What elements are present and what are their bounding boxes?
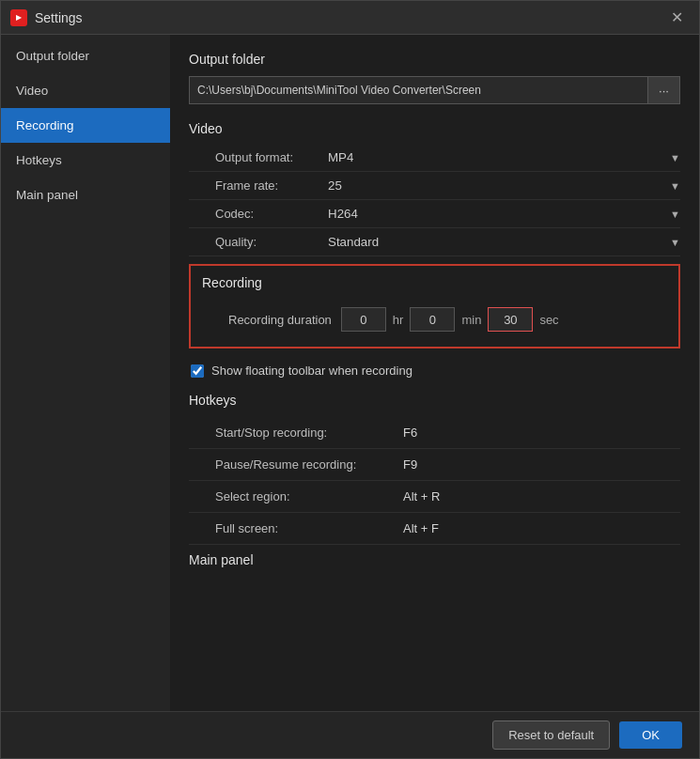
reset-button[interactable]: Reset to default <box>492 720 610 750</box>
sidebar-item-video[interactable]: Video <box>1 73 170 108</box>
codec-row: Codec: H264 ▼ <box>189 200 680 228</box>
content-area: Output folder Video Recording Hotkeys Ma… <box>1 35 699 711</box>
main-panel-title: Main panel <box>189 552 680 567</box>
quality-row: Quality: Standard ▼ <box>189 228 680 256</box>
settings-window: Settings ✕ Output folder Video Recording… <box>0 0 700 759</box>
video-section: Video Output format: MP4 ▼ Frame rate: <box>189 121 680 256</box>
duration-field: hr min sec <box>341 307 562 332</box>
ok-button[interactable]: OK <box>619 721 682 749</box>
close-button[interactable]: ✕ <box>663 5 690 31</box>
output-format-row: Output format: MP4 ▼ <box>189 144 680 172</box>
recording-section: Recording Recording duration hr min sec <box>189 264 680 349</box>
min-unit: min <box>461 313 481 327</box>
app-icon <box>10 9 27 26</box>
sec-unit: sec <box>539 313 558 327</box>
title-bar: Settings ✕ <box>1 1 699 35</box>
quality-dropdown[interactable]: Standard ▼ <box>328 235 680 249</box>
video-title: Video <box>189 121 680 136</box>
sidebar-item-recording[interactable]: Recording <box>1 108 170 143</box>
sidebar: Output folder Video Recording Hotkeys Ma… <box>1 35 170 711</box>
output-folder-title: Output folder <box>189 52 680 67</box>
hotkeys-title: Hotkeys <box>189 393 680 408</box>
hr-unit: hr <box>393 313 404 327</box>
sidebar-item-main-panel[interactable]: Main panel <box>1 178 170 212</box>
hotkey-select-region-row: Select region: Alt + R <box>189 481 680 513</box>
hotkey-start-stop-row: Start/Stop recording: F6 <box>189 417 680 449</box>
bottom-bar: Reset to default OK <box>1 711 699 758</box>
dropdown-arrow-codec: ▼ <box>670 209 680 220</box>
main-content: Output folder ··· Video Output format: M… <box>170 35 699 711</box>
toolbar-checkbox-label: Show floating toolbar when recording <box>211 364 412 378</box>
browse-button[interactable]: ··· <box>648 76 680 104</box>
toolbar-checkbox-row: Show floating toolbar when recording <box>191 356 680 385</box>
sidebar-item-output-folder[interactable]: Output folder <box>1 39 170 73</box>
hotkey-full-screen-row: Full screen: Alt + F <box>189 513 680 545</box>
dropdown-arrow-quality: ▼ <box>670 237 680 248</box>
window-title: Settings <box>35 10 663 25</box>
codec-dropdown[interactable]: H264 ▼ <box>328 207 680 221</box>
toolbar-checkbox[interactable] <box>191 364 204 378</box>
frame-rate-row: Frame rate: 25 ▼ <box>189 172 680 200</box>
output-format-dropdown[interactable]: MP4 ▼ <box>328 150 680 164</box>
dropdown-arrow-framerate: ▼ <box>670 180 680 192</box>
duration-sec-input[interactable] <box>488 307 533 332</box>
recording-title: Recording <box>202 275 667 290</box>
duration-hr-input[interactable] <box>341 307 386 332</box>
dropdown-arrow-format: ▼ <box>670 152 680 163</box>
frame-rate-dropdown[interactable]: 25 ▼ <box>328 178 680 193</box>
main-panel-section: Main panel <box>189 552 680 567</box>
sidebar-item-hotkeys[interactable]: Hotkeys <box>1 143 170 178</box>
hotkey-pause-resume-row: Pause/Resume recording: F9 <box>189 449 680 481</box>
folder-path-input[interactable] <box>189 76 648 104</box>
recording-duration-row: Recording duration hr min sec <box>202 300 667 337</box>
duration-label: Recording duration <box>228 313 332 327</box>
hotkeys-section: Hotkeys Start/Stop recording: F6 Pause/R… <box>189 393 680 545</box>
folder-row: ··· <box>189 76 680 104</box>
duration-min-input[interactable] <box>410 307 455 332</box>
